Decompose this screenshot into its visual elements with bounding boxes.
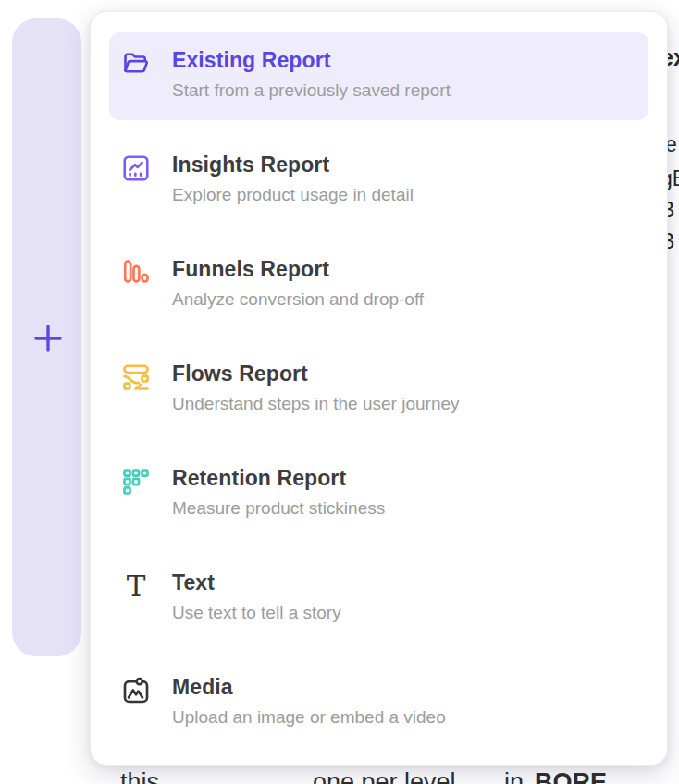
menu-item-funnels-report[interactable]: Funnels Report Analyze conversion and dr… [109,241,648,329]
flows-icon [120,361,152,393]
menu-item-flows-report[interactable]: Flows Report Understand steps in the use… [109,346,648,434]
menu-item-text: Flows Report Understand steps in the use… [172,361,460,415]
menu-item-title: Existing Report [172,47,451,73]
menu-item-existing-report[interactable]: Existing Report Start from a previously … [109,32,648,120]
media-icon [120,675,152,706]
menu-item-title: Retention Report [172,465,385,491]
retention-grid-icon [120,466,152,497]
occluded-bottom-text: this one per level in BORE [0,768,679,784]
add-button[interactable] [30,320,67,357]
add-report-menu: Existing Report Start from a previously … [90,11,668,766]
menu-item-text: Existing Report Start from a previously … [172,47,451,102]
menu-item-subtitle: Measure product stickiness [172,497,385,520]
menu-item-title: Media [172,674,446,700]
funnel-bars-icon [120,257,152,288]
line-chart-icon [120,153,152,184]
occluded-text-fragment: in [504,768,524,784]
folder-open-icon [120,48,152,80]
menu-item-title: Insights Report [172,152,414,178]
menu-item-subtitle: Analyze conversion and drop-off [172,288,424,311]
menu-item-subtitle: Start from a previously saved report [172,80,451,102]
text-icon: T [120,570,152,602]
menu-item-insights-report[interactable]: Insights Report Explore product usage in… [109,137,648,225]
plus-icon [31,322,65,355]
menu-item-subtitle: Explore product usage in detail [172,184,414,206]
menu-item-subtitle: Upload an image or embed a video [172,706,446,729]
menu-item-retention-report[interactable]: Retention Report Measure product stickin… [109,450,648,538]
menu-item-media[interactable]: Media Upload an image or embed a video [109,659,648,747]
menu-item-title: Text [172,570,341,595]
menu-item-text: Funnels Report Analyze conversion and dr… [172,256,424,311]
menu-item-subtitle: Understand steps in the user journey [172,393,460,415]
occluded-text-fragment: this [120,768,159,784]
menu-item-text: Media Upload an image or embed a video [172,674,446,729]
occluded-text-fragment: BORE [535,768,607,784]
menu-item-text: Retention Report Measure product stickin… [172,465,385,520]
menu-item-text: Insights Report Explore product usage in… [172,152,414,206]
menu-item-title: Funnels Report [172,256,424,282]
menu-item-text: Text Use text to tell a story [172,570,341,624]
occluded-text-fragment: one per level [313,768,456,784]
menu-item-text-block[interactable]: T Text Use text to tell a story [109,555,648,643]
menu-item-title: Flows Report [172,361,460,386]
menu-item-subtitle: Use text to tell a story [172,602,341,624]
